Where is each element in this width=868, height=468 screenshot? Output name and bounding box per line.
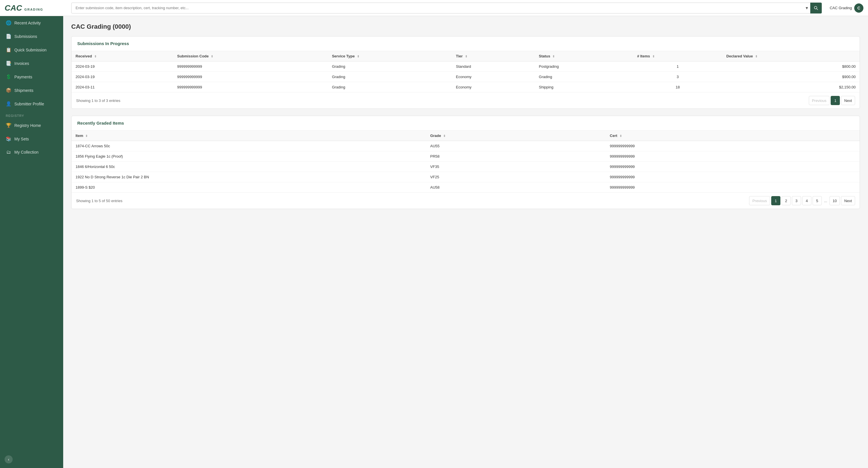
table-row: 1874-CC Arrows 50cAU55999999999999: [71, 141, 860, 151]
status-sort-icon: ⇕: [552, 55, 555, 58]
search-dropdown-button[interactable]: ▾: [805, 4, 809, 12]
cell-submission_code: 999999999999: [173, 61, 328, 72]
table-row: 1856 Flying Eagle 1c (Proof)PR5899999999…: [71, 151, 860, 162]
recently-graded-card-header: Recently Graded Items: [71, 116, 860, 131]
sidebar-item-my-sets[interactable]: 📚My Sets: [0, 132, 63, 146]
submissions-prev-button[interactable]: Previous: [809, 96, 830, 105]
col-tier[interactable]: Tier ⇕: [452, 51, 535, 61]
service_type-sort-icon: ⇕: [357, 55, 359, 58]
submission_code-sort-icon: ⇕: [211, 55, 213, 58]
graded-page-3-button[interactable]: 3: [792, 196, 801, 205]
submitter-profile-icon: 👤: [6, 101, 11, 106]
tier-sort-icon: ⇕: [465, 55, 467, 58]
search-button[interactable]: [810, 3, 822, 13]
payments-icon: 💲: [6, 74, 11, 80]
cell-status: Postgrading: [535, 61, 633, 72]
recently-graded-table: Item ⇕Grade ⇕Cert ⇕ 1874-CC Arrows 50cAU…: [71, 131, 860, 192]
submissions-card-title: Submissions In Progress: [77, 41, 129, 46]
sidebar-item-label: Registry Home: [14, 123, 41, 128]
submissions-card-body: Received ⇕Submission Code ⇕Service Type …: [71, 51, 860, 108]
graded-page-10-button[interactable]: 10: [830, 196, 840, 205]
col-submission_code[interactable]: Submission Code ⇕: [173, 51, 328, 61]
submissions-page-1-button[interactable]: 1: [831, 96, 840, 105]
sidebar-item-my-collection[interactable]: 🗂My Collection: [0, 146, 63, 159]
sidebar-item-label: Submitter Profile: [14, 102, 44, 106]
item-sort-icon: ⇕: [85, 134, 88, 137]
graded-col-grade[interactable]: Grade ⇕: [426, 131, 606, 141]
submissions-pagination: Showing 1 to 3 of 3 entries Previous 1 N…: [71, 92, 860, 108]
num_items-sort-icon: ⇕: [652, 55, 655, 58]
user-avatar[interactable]: C: [854, 3, 863, 12]
table-row: 1899-S $20AU58999999999999: [71, 182, 860, 193]
sidebar-item-payments[interactable]: 💲Payments: [0, 70, 63, 84]
cell-submission_code: 999999999999: [173, 72, 328, 82]
col-status[interactable]: Status ⇕: [535, 51, 633, 61]
graded-cell-cert: 999999999999: [606, 182, 860, 193]
col-num_items[interactable]: # Items ⇕: [633, 51, 722, 61]
cell-declared_value: $900.00: [722, 72, 860, 82]
sidebar-item-quick-submission[interactable]: 📋Quick Submission: [0, 43, 63, 57]
submissions-next-button[interactable]: Next: [841, 96, 855, 105]
table-row: 2024-03-19999999999999GradingEconomyGrad…: [71, 72, 860, 82]
col-declared_value[interactable]: Declared Value ⇕: [722, 51, 860, 61]
sidebar-item-label: My Collection: [14, 150, 38, 154]
cell-received: 2024-03-19: [71, 72, 173, 82]
sidebar-item-recent-activity[interactable]: 🌐Recent Activity: [0, 16, 63, 30]
cell-submission_code: 999999999999: [173, 82, 328, 92]
cell-declared_value: $800.00: [722, 61, 860, 72]
col-service_type[interactable]: Service Type ⇕: [328, 51, 452, 61]
graded-page-5-button[interactable]: 5: [812, 196, 822, 205]
graded-cell-grade: AU58: [426, 182, 606, 193]
search-wrapper: ▾: [71, 3, 822, 13]
sidebar-item-label: Recent Activity: [14, 21, 41, 25]
logo-text: CAC: [5, 4, 22, 12]
sidebar: 🌐Recent Activity📄Submissions📋Quick Submi…: [0, 16, 63, 468]
graded-cell-item: 1899-S $20: [71, 182, 426, 193]
graded-col-item[interactable]: Item ⇕: [71, 131, 426, 141]
graded-cell-grade: VF35: [426, 162, 606, 172]
sidebar-item-shipments[interactable]: 📦Shipments: [0, 84, 63, 97]
cell-received: 2024-03-11: [71, 82, 173, 92]
graded-cell-item: 1874-CC Arrows 50c: [71, 141, 426, 151]
sidebar-item-invoices[interactable]: 📑Invoices: [0, 57, 63, 70]
recent-activity-icon: 🌐: [6, 20, 11, 26]
sidebar-item-label: Invoices: [14, 61, 29, 66]
submissions-in-progress-card: Submissions In Progress Received ⇕Submis…: [71, 36, 860, 109]
table-row: 2024-03-11999999999999GradingEconomyShip…: [71, 82, 860, 92]
cert-sort-icon: ⇕: [620, 134, 622, 137]
user-name: CAC Grading: [830, 6, 852, 10]
cell-tier: Economy: [452, 72, 535, 82]
registry-section-label: Registry: [0, 111, 63, 119]
graded-next-button[interactable]: Next: [841, 196, 855, 205]
search-input[interactable]: [71, 3, 822, 13]
sidebar-collapse-button[interactable]: ‹: [5, 456, 13, 463]
graded-col-cert[interactable]: Cert ⇕: [606, 131, 860, 141]
graded-page-1-button[interactable]: 1: [771, 196, 780, 205]
sidebar-item-label: Shipments: [14, 88, 33, 93]
graded-cell-item: 1846 6/Horizontal 6 50c: [71, 162, 426, 172]
sidebar-item-label: My Sets: [14, 137, 29, 141]
submissions-pagination-controls: Previous 1 Next: [809, 96, 855, 105]
sidebar-item-submitter-profile[interactable]: 👤Submitter Profile: [0, 97, 63, 111]
cell-tier: Economy: [452, 82, 535, 92]
cell-received: 2024-03-19: [71, 61, 173, 72]
sidebar-item-registry-home[interactable]: 🏆Registry Home: [0, 119, 63, 132]
graded-page-2-button[interactable]: 2: [781, 196, 791, 205]
recently-graded-card: Recently Graded Items Item ⇕Grade ⇕Cert …: [71, 116, 860, 209]
sidebar-item-submissions[interactable]: 📄Submissions: [0, 30, 63, 43]
cell-tier: Standard: [452, 61, 535, 72]
cell-num_items: 1: [633, 61, 722, 72]
cell-service_type: Grading: [328, 82, 452, 92]
graded-cell-grade: PR58: [426, 151, 606, 162]
pagination-ellipsis: ...: [823, 199, 828, 203]
cell-service_type: Grading: [328, 72, 452, 82]
my-sets-icon: 📚: [6, 136, 11, 142]
recently-graded-pagination-info: Showing 1 to 5 of 50 entries: [76, 199, 122, 203]
table-row: 1846 6/Horizontal 6 50cVF35999999999999: [71, 162, 860, 172]
graded-page-4-button[interactable]: 4: [802, 196, 811, 205]
graded-cell-grade: AU55: [426, 141, 606, 151]
graded-prev-button[interactable]: Previous: [749, 196, 770, 205]
col-received[interactable]: Received ⇕: [71, 51, 173, 61]
svg-line-1: [816, 9, 818, 10]
my-collection-icon: 🗂: [6, 150, 11, 155]
